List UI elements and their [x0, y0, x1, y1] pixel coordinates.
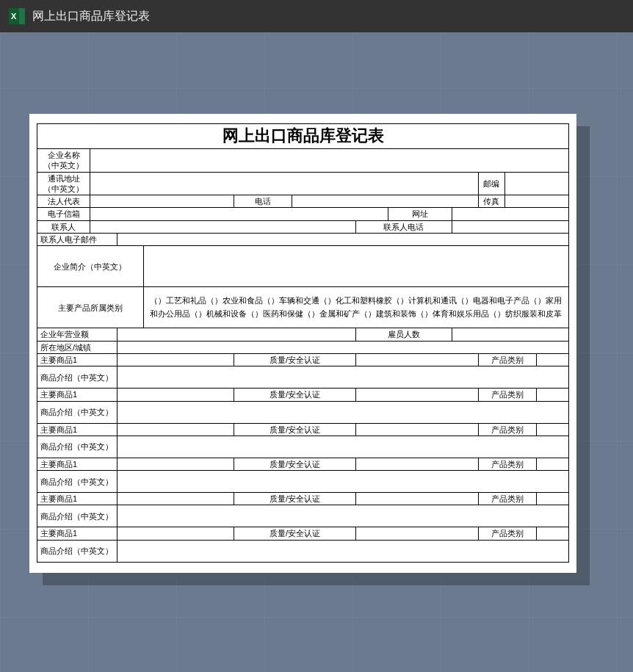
- label-employees: 雇员人数: [356, 328, 452, 341]
- field-main-product-1: [117, 353, 234, 366]
- label-website: 网址: [388, 208, 452, 220]
- label-prod-category-5: 产品类别: [478, 493, 537, 505]
- field-main-product-4: [117, 458, 234, 470]
- field-contact-email: [117, 234, 568, 246]
- field-main-product-5: [117, 493, 234, 505]
- field-main-product-2: [117, 389, 234, 401]
- field-product-intro-1: [117, 366, 568, 389]
- field-region: [117, 341, 568, 353]
- label-prod-category-3: 产品类别: [478, 423, 537, 436]
- label-prod-category-2: 产品类别: [478, 389, 537, 401]
- field-contact-phone: [452, 220, 568, 233]
- field-prod-category-3: [537, 423, 569, 436]
- label-contact-phone: 联系人电话: [356, 220, 452, 233]
- label-product-intro-6: 商品介绍（中英文）: [37, 540, 117, 562]
- field-prod-category-4: [537, 458, 569, 470]
- field-quality-cert-5: [356, 493, 479, 505]
- field-main-product-3: [117, 423, 234, 436]
- app-header: 网上出口商品库登记表: [0, 0, 633, 32]
- label-email: 电子信箱: [37, 208, 90, 220]
- label-product-intro-4: 商品介绍（中英文）: [37, 471, 117, 493]
- label-main-product-1: 主要商品1: [37, 353, 117, 366]
- excel-icon: [9, 8, 25, 24]
- field-legal-rep: [90, 195, 234, 208]
- label-company-name: 企业名称（中英文）: [37, 149, 90, 173]
- field-product-category: （）工艺和礼品（）农业和食品（）车辆和交通（）化工和塑料橡胶（）计算机和通讯（）…: [143, 287, 568, 328]
- field-quality-cert-1: [356, 353, 479, 366]
- label-product-intro-2: 商品介绍（中英文）: [37, 401, 117, 423]
- field-prod-category-1: [537, 353, 569, 366]
- label-product-intro-3: 商品介绍（中英文）: [37, 436, 117, 458]
- registration-table: 网上出口商品库登记表 企业名称（中英文） 通讯地址（中英文） 邮编 法人代表 电…: [37, 123, 569, 563]
- label-main-product-4: 主要商品1: [37, 458, 117, 470]
- label-product-intro-5: 商品介绍（中英文）: [37, 505, 117, 527]
- label-annual-revenue: 企业年营业额: [37, 328, 117, 341]
- field-product-intro-5: [117, 505, 568, 527]
- label-contact: 联系人: [37, 220, 90, 233]
- label-phone: 电话: [234, 195, 292, 208]
- label-quality-cert-2: 质量/安全认证: [234, 389, 356, 401]
- field-product-intro-6: [117, 540, 568, 562]
- field-quality-cert-3: [356, 423, 479, 436]
- field-fax: [505, 195, 569, 208]
- label-quality-cert-6: 质量/安全认证: [234, 527, 356, 540]
- label-quality-cert-3: 质量/安全认证: [234, 423, 356, 436]
- field-employees: [452, 328, 568, 341]
- label-quality-cert-4: 质量/安全认证: [234, 458, 356, 470]
- field-phone: [292, 195, 478, 208]
- label-prod-category-4: 产品类别: [478, 458, 537, 470]
- label-address: 通讯地址（中英文）: [37, 172, 90, 195]
- field-main-product-6: [117, 527, 234, 540]
- label-region: 所在地区/城镇: [37, 341, 117, 353]
- label-quality-cert-5: 质量/安全认证: [234, 493, 356, 505]
- label-legal-rep: 法人代表: [37, 195, 90, 208]
- label-product-intro-1: 商品介绍（中英文）: [37, 366, 117, 389]
- label-prod-category-6: 产品类别: [478, 527, 537, 540]
- label-product-category: 主要产品所属类别: [37, 287, 144, 328]
- label-main-product-3: 主要商品1: [37, 423, 117, 436]
- field-product-intro-3: [117, 436, 568, 458]
- label-company-profile: 企业简介（中英文）: [37, 246, 144, 287]
- label-postcode: 邮编: [478, 172, 504, 195]
- field-quality-cert-2: [356, 389, 479, 401]
- field-quality-cert-6: [356, 527, 479, 540]
- field-company-name: [90, 149, 569, 173]
- label-main-product-5: 主要商品1: [37, 493, 117, 505]
- field-prod-category-2: [537, 389, 569, 401]
- field-product-intro-4: [117, 471, 568, 493]
- field-prod-category-6: [537, 527, 569, 540]
- document-preview: 网上出口商品库登记表 企业名称（中英文） 通讯地址（中英文） 邮编 法人代表 电…: [29, 114, 576, 573]
- label-prod-category-1: 产品类别: [478, 353, 537, 366]
- field-contact: [90, 220, 356, 233]
- field-prod-category-5: [537, 493, 569, 505]
- label-main-product-6: 主要商品1: [37, 527, 117, 540]
- field-annual-revenue: [117, 328, 356, 341]
- label-fax: 传真: [478, 195, 504, 208]
- field-postcode: [505, 172, 569, 195]
- field-company-profile: [143, 246, 568, 287]
- field-address: [90, 172, 478, 195]
- label-contact-email: 联系人电子邮件: [37, 234, 117, 246]
- field-quality-cert-4: [356, 458, 479, 470]
- field-product-intro-2: [117, 401, 568, 423]
- field-email: [90, 208, 388, 220]
- field-website: [452, 208, 568, 220]
- label-quality-cert-1: 质量/安全认证: [234, 353, 356, 366]
- label-main-product-2: 主要商品1: [37, 389, 117, 401]
- form-title: 网上出口商品库登记表: [37, 124, 569, 149]
- header-title: 网上出口商品库登记表: [32, 9, 150, 24]
